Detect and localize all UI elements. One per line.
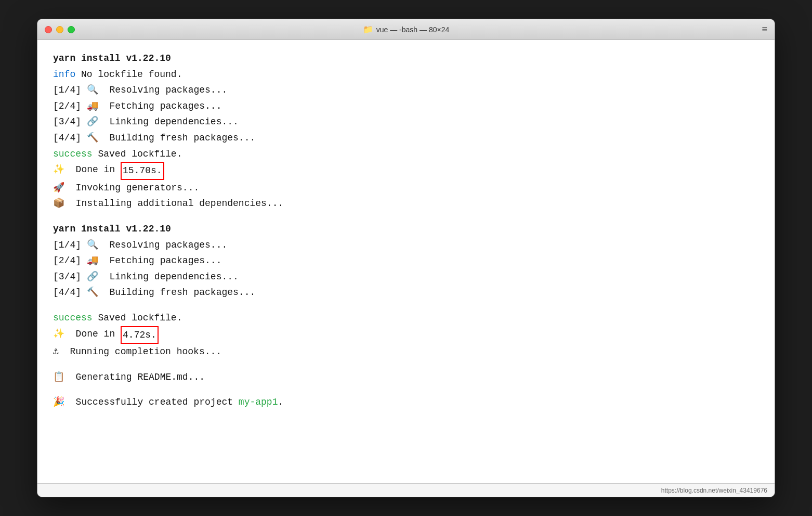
terminal-line: yarn install v1.22.10 — [53, 221, 759, 237]
terminal-line: [1/4] 🔍 Resolving packages... — [53, 237, 759, 253]
normal-text: [1/4] 🔍 Resolving packages... — [53, 237, 227, 253]
success-text: Saved lockfile. — [93, 146, 182, 162]
terminal-line: 📋 Generating README.md... — [53, 369, 759, 385]
highlight-before: ✨ Done in — [53, 326, 121, 342]
normal-text: 🚀 Invoking generators... — [53, 180, 199, 196]
success-label: success — [53, 146, 93, 162]
terminal-line: yarn install v1.22.10 — [53, 50, 759, 67]
normal-text: [4/4] 🔨 Building fresh packages... — [53, 285, 255, 301]
traffic-lights — [45, 26, 75, 33]
normal-text: [2/4] 🚚 Fetching packages... — [53, 98, 221, 114]
normal-text: [4/4] 🔨 Building fresh packages... — [53, 130, 255, 146]
normal-text: 📋 Generating README.md... — [53, 369, 205, 385]
terminal-line: ✨ Done in 15.70s. — [53, 162, 759, 180]
maximize-button[interactable] — [68, 26, 75, 33]
terminal-line: [1/4] 🔍 Resolving packages... — [53, 82, 759, 98]
highlight-before: ✨ Done in — [53, 162, 121, 178]
terminal-line: success Saved lockfile. — [53, 146, 759, 162]
highlighted-value: 15.70s. — [121, 162, 164, 180]
spacer-line — [53, 360, 759, 369]
project-name: my-app1 — [239, 394, 278, 410]
statusbar-url: https://blog.csdn.net/weixin_43419676 — [661, 487, 767, 494]
terminal-window: 📁 vue — -bash — 80×24 ≡ yarn install v1.… — [37, 19, 775, 497]
close-button[interactable] — [45, 26, 52, 33]
normal-text: [2/4] 🚚 Fetching packages... — [53, 253, 221, 269]
terminal-line: ✨ Done in 4.72s. — [53, 326, 759, 344]
info-text: No lockfile found. — [75, 67, 182, 83]
project-after: . — [278, 394, 283, 410]
terminal-line: [3/4] 🔗 Linking dependencies... — [53, 114, 759, 130]
normal-text: [1/4] 🔍 Resolving packages... — [53, 82, 227, 98]
terminal-line: [2/4] 🚚 Fetching packages... — [53, 253, 759, 269]
highlighted-value: 4.72s. — [121, 326, 159, 344]
terminal-line: ⚓ Running completion hooks... — [53, 344, 759, 360]
window-controls: ≡ — [762, 24, 767, 35]
normal-text: [3/4] 🔗 Linking dependencies... — [53, 269, 239, 285]
success-text: Saved lockfile. — [93, 310, 182, 326]
bold-text: yarn install v1.22.10 — [53, 221, 171, 237]
spacer-line — [53, 301, 759, 310]
window-title: vue — -bash — 80×24 — [376, 25, 449, 34]
terminal-line: info No lockfile found. — [53, 67, 759, 83]
project-before: 🎉 Successfully created project — [53, 394, 239, 410]
statusbar: https://blog.csdn.net/weixin_43419676 — [37, 483, 775, 497]
terminal-line: [4/4] 🔨 Building fresh packages... — [53, 285, 759, 301]
info-label: info — [53, 67, 75, 83]
bold-text: yarn install v1.22.10 — [53, 50, 171, 67]
spacer-line — [53, 212, 759, 221]
titlebar: 📁 vue — -bash — 80×24 ≡ — [37, 19, 775, 40]
normal-text: [3/4] 🔗 Linking dependencies... — [53, 114, 239, 130]
terminal-line: [3/4] 🔗 Linking dependencies... — [53, 269, 759, 285]
normal-text: 📦 Installing additional dependencies... — [53, 196, 283, 212]
success-label: success — [53, 310, 93, 326]
minimize-button[interactable] — [56, 26, 63, 33]
terminal-line: [2/4] 🚚 Fetching packages... — [53, 98, 759, 114]
terminal-line: 🎉 Successfully created project my-app1. — [53, 394, 759, 410]
terminal-line: 📦 Installing additional dependencies... — [53, 196, 759, 212]
terminal-line: success Saved lockfile. — [53, 310, 759, 326]
terminal-line: 🚀 Invoking generators... — [53, 180, 759, 196]
terminal-output[interactable]: yarn install v1.22.10info No lockfile fo… — [37, 40, 775, 483]
terminal-line: [4/4] 🔨 Building fresh packages... — [53, 130, 759, 146]
normal-text: ⚓ Running completion hooks... — [53, 344, 221, 360]
folder-icon: 📁 — [363, 24, 373, 34]
spacer-line — [53, 385, 759, 394]
titlebar-title: 📁 vue — -bash — 80×24 — [363, 24, 449, 34]
